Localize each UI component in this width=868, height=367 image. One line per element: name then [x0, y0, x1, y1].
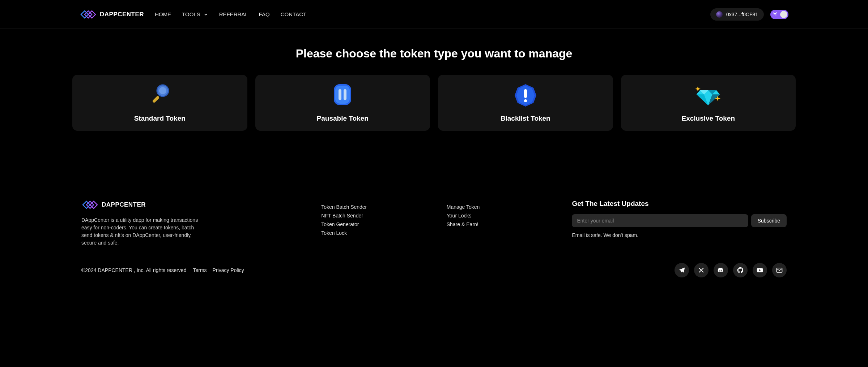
footer-links-col2: Manage Token Your Locks Share & Earn! [447, 200, 561, 247]
footer-logo-text: DAPPCENTER [102, 201, 146, 208]
main-nav: HOME TOOLS REFERRAL FAQ CONTACT [155, 11, 306, 17]
link-token-lock[interactable]: Token Lock [321, 230, 436, 236]
toggle-knob [780, 11, 787, 18]
theme-toggle[interactable] [770, 10, 788, 19]
logo-text: DAPPCENTER [100, 11, 144, 18]
discord-icon[interactable] [714, 263, 728, 277]
card-pausable-token[interactable]: Pausable Token [255, 75, 430, 131]
svg-line-5 [774, 12, 774, 13]
link-nft-batch-sender[interactable]: NFT Batch Sender [321, 213, 436, 219]
legal-links: Terms Privacy Policy [193, 267, 244, 273]
footer-top: DAPPCENTER DAppCenter is a utility dapp … [81, 200, 787, 247]
svg-rect-18 [524, 89, 527, 98]
youtube-icon[interactable] [753, 263, 767, 277]
github-icon[interactable] [733, 263, 748, 277]
wallet-address: 0x37...f0CF81 [726, 12, 758, 17]
logo-icon [80, 9, 97, 20]
wallet-avatar-icon [716, 11, 723, 18]
header: DAPPCENTER HOME TOOLS REFERRAL FAQ CONTA… [0, 0, 868, 29]
nav-referral[interactable]: REFERRAL [219, 11, 248, 17]
nav-faq[interactable]: FAQ [259, 11, 270, 17]
header-right: 0x37...f0CF81 [710, 8, 788, 21]
card-standard-token[interactable]: Standard Token [72, 75, 247, 131]
footer: DAPPCENTER DAppCenter is a utility dapp … [0, 185, 868, 288]
svg-line-8 [776, 12, 776, 13]
footer-links-col1: Token Batch Sender NFT Batch Sender Toke… [321, 200, 436, 247]
email-field[interactable] [572, 214, 748, 227]
diamond-icon [695, 83, 721, 107]
card-label: Standard Token [134, 115, 186, 122]
chevron-down-icon [203, 12, 208, 17]
svg-point-19 [524, 99, 527, 102]
svg-rect-13 [335, 86, 350, 104]
footer-about: DAPPCENTER DAppCenter is a utility dapp … [81, 200, 310, 247]
footer-bottom: ©2024 DAPPCENTER , Inc. All rights reser… [81, 263, 787, 277]
logo-icon [81, 200, 99, 210]
logo[interactable]: DAPPCENTER [80, 9, 144, 20]
svg-line-6 [776, 15, 776, 15]
svg-point-10 [159, 87, 166, 94]
newsletter-note: Email is safe. We don't spam. [572, 232, 787, 238]
nav-tools[interactable]: TOOLS [182, 11, 208, 17]
newsletter-form: Subscribe [572, 214, 787, 227]
card-label: Pausable Token [317, 115, 369, 122]
newsletter: Get The Latest Updates Subscribe Email i… [572, 200, 787, 247]
warning-icon [512, 83, 539, 107]
telegram-icon[interactable] [675, 263, 689, 277]
footer-logo[interactable]: DAPPCENTER [81, 200, 310, 210]
card-blacklist-token[interactable]: Blacklist Token [438, 75, 613, 131]
svg-rect-15 [344, 89, 346, 100]
nav-contact[interactable]: CONTACT [281, 11, 306, 17]
email-icon[interactable] [772, 263, 787, 277]
copyright: ©2024 DAPPCENTER , Inc. All rights reser… [81, 267, 186, 273]
subscribe-button[interactable]: Subscribe [751, 214, 787, 227]
svg-rect-14 [339, 89, 341, 100]
nav-tools-label: TOOLS [182, 11, 200, 17]
page-title: Please choose the token type you want to… [72, 47, 796, 60]
magnifier-icon [147, 83, 173, 107]
newsletter-title: Get The Latest Updates [572, 200, 787, 208]
link-share-earn[interactable]: Share & Earn! [447, 221, 561, 227]
link-terms[interactable]: Terms [193, 267, 207, 273]
card-label: Exclusive Token [682, 115, 735, 122]
svg-rect-11 [152, 95, 159, 103]
footer-description: DAppCenter is a utility dapp for making … [81, 216, 204, 247]
link-token-generator[interactable]: Token Generator [321, 221, 436, 227]
token-type-cards: Standard Token Pausable Token [72, 75, 796, 131]
pause-icon [329, 83, 356, 107]
card-exclusive-token[interactable]: Exclusive Token [621, 75, 796, 131]
nav-home[interactable]: HOME [155, 11, 171, 17]
svg-line-7 [774, 15, 774, 15]
social-links [675, 263, 787, 277]
main-content: Please choose the token type you want to… [0, 29, 868, 149]
x-twitter-icon[interactable] [694, 263, 709, 277]
link-your-locks[interactable]: Your Locks [447, 213, 561, 219]
svg-point-0 [774, 13, 776, 15]
sun-icon [773, 11, 778, 17]
link-privacy[interactable]: Privacy Policy [213, 267, 244, 273]
link-token-batch-sender[interactable]: Token Batch Sender [321, 204, 436, 210]
wallet-button[interactable]: 0x37...f0CF81 [710, 8, 764, 21]
card-label: Blacklist Token [501, 115, 550, 122]
link-manage-token[interactable]: Manage Token [447, 204, 561, 210]
